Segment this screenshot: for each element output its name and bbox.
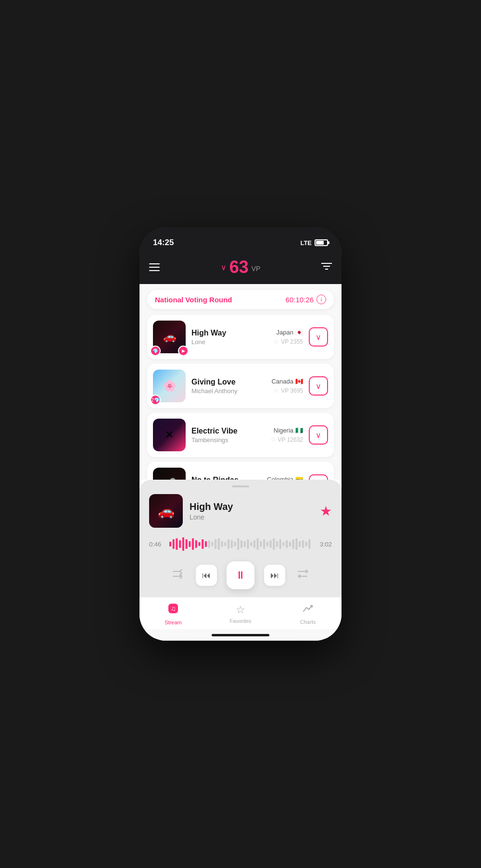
favorites-icon: ☆ (236, 604, 245, 616)
vote-button-1[interactable]: ∨ (309, 327, 328, 347)
svg-rect-28 (250, 542, 252, 546)
svg-rect-24 (237, 538, 239, 550)
album-art-norindas: 🎤 (153, 468, 186, 480)
song-vp-3: ☆ VP 12632 (270, 436, 304, 443)
drag-handle (232, 485, 249, 487)
svg-rect-40 (289, 542, 291, 546)
song-meta-4: Colombia 🇨🇴 ☆ VP 1160 (267, 476, 303, 480)
favorites-label: Favorites (229, 618, 251, 624)
filter-button[interactable] (321, 262, 332, 273)
favorite-star-button[interactable]: ★ (320, 503, 332, 519)
song-country-4: Colombia 🇨🇴 (267, 476, 303, 480)
song-meta-2: Canada 🇨🇦 ☆ VP 3695 (271, 378, 303, 394)
song-info-4: No te Rindas Hector Lenis (191, 476, 261, 480)
nav-charts[interactable]: Charts (289, 603, 327, 625)
song-meta-3: Nigeria 🇳🇬 ☆ VP 12632 (270, 427, 304, 443)
app-screen: ∨ 63 VP National Voting Round 60:10:26 (139, 252, 342, 641)
song-item[interactable]: 🎤 No te Rindas Hector Lenis Colombia 🇨🇴 … (147, 462, 334, 480)
chevron-down-icon: ∨ (316, 333, 321, 342)
svg-rect-20 (224, 542, 226, 546)
song-info-3: Electric Vibe Tambensings (191, 427, 265, 444)
star-icon-3: ☆ (270, 436, 276, 443)
np-artist: Lone (190, 513, 313, 521)
song-album-4: 🎤 (153, 468, 186, 480)
svg-rect-41 (292, 539, 294, 549)
song-country-2: Canada 🇨🇦 (271, 378, 303, 385)
svg-rect-42 (295, 538, 297, 550)
svg-rect-27 (247, 539, 249, 549)
chevron-down-icon: ∨ (316, 382, 321, 391)
svg-rect-32 (263, 539, 265, 549)
svg-rect-23 (234, 542, 236, 546)
song-item[interactable]: ✕ Electric Vibe Tambensings Nigeria 🇳🇬 ☆ (147, 413, 334, 457)
badge-play-1: ▶ (178, 346, 189, 356)
current-time: 0:46 (149, 541, 165, 548)
svg-rect-13 (202, 539, 203, 549)
svg-rect-36 (276, 541, 278, 547)
voting-timer: 60:10:26 i (286, 295, 326, 304)
svg-rect-17 (215, 539, 216, 549)
song-title-1: High Way (191, 329, 267, 337)
pause-button[interactable]: ⏸ (227, 561, 254, 589)
vp-chevron-icon: ∨ (221, 263, 227, 272)
song-title-2: Giving Love (191, 378, 266, 386)
svg-rect-11 (195, 540, 197, 548)
repeat-button[interactable] (295, 566, 311, 585)
bottom-nav: ♫ Stream ☆ Favorites Charts (139, 597, 342, 629)
vote-button-4[interactable]: ∨ (309, 474, 328, 480)
svg-rect-5 (176, 538, 177, 550)
song-artist-2: Michael Anthony (191, 387, 266, 395)
svg-rect-35 (273, 538, 275, 550)
song-country-3: Nigeria 🇳🇬 (274, 427, 303, 434)
next-icon: ⏭ (270, 570, 279, 581)
star-icon-2: ☆ (273, 387, 279, 394)
song-list: 🚗 💎 ▶ High Way Lone Japan 🇯🇵 (139, 313, 342, 480)
status-right: LTE (300, 239, 328, 247)
scroll-content[interactable]: National Voting Round 60:10:26 i 🚗 💎 ▶ (139, 284, 342, 480)
stream-label: Stream (165, 620, 181, 625)
charts-icon (302, 603, 314, 617)
badge-diamond-1: 💎 (150, 346, 161, 356)
previous-button[interactable]: ⏮ (196, 565, 217, 586)
star-icon-1: ☆ (273, 338, 279, 345)
song-title-4: No te Rindas (191, 476, 261, 480)
svg-rect-19 (221, 541, 223, 547)
svg-rect-16 (211, 542, 213, 546)
song-item[interactable]: 🌸 2💎 Giving Love Michael Anthony Canada … (147, 364, 334, 408)
info-icon[interactable]: i (316, 295, 326, 304)
svg-rect-43 (299, 541, 301, 547)
svg-rect-39 (286, 540, 288, 548)
vote-button-2[interactable]: ∨ (309, 376, 328, 396)
svg-rect-7 (182, 537, 184, 551)
album-art-electricvibe: ✕ (153, 419, 186, 451)
next-button[interactable]: ⏭ (264, 565, 285, 586)
network-label: LTE (300, 239, 312, 247)
song-item[interactable]: 🚗 💎 ▶ High Way Lone Japan 🇯🇵 (147, 315, 334, 359)
hamburger-button[interactable] (149, 263, 160, 271)
svg-rect-4 (173, 539, 175, 549)
voting-label: National Voting Round (155, 296, 232, 304)
np-title: High Way (190, 501, 313, 512)
svg-rect-15 (208, 540, 210, 548)
nav-stream[interactable]: ♫ Stream (154, 602, 192, 625)
waveform[interactable] (169, 534, 312, 554)
badge-diamond-2: 2💎 (150, 395, 161, 405)
previous-icon: ⏮ (202, 570, 211, 581)
svg-rect-33 (266, 542, 268, 546)
svg-rect-30 (257, 538, 259, 550)
svg-rect-44 (302, 540, 304, 548)
svg-rect-21 (228, 539, 229, 549)
song-country-1: Japan 🇯🇵 (277, 329, 303, 336)
song-title-3: Electric Vibe (191, 427, 265, 435)
stream-icon: ♫ (167, 602, 179, 618)
total-time: 3:02 (316, 541, 332, 548)
status-bar: 14:25 LTE (139, 227, 342, 252)
song-artist-1: Lone (191, 338, 267, 346)
svg-rect-25 (240, 540, 242, 548)
vote-button-3[interactable]: ∨ (309, 425, 328, 445)
shuffle-button[interactable] (170, 566, 186, 585)
voting-banner: National Voting Round 60:10:26 i (147, 290, 334, 309)
charts-label: Charts (300, 619, 316, 625)
song-vp-2: ☆ VP 3695 (273, 387, 303, 394)
nav-favorites[interactable]: ☆ Favorites (221, 604, 260, 624)
